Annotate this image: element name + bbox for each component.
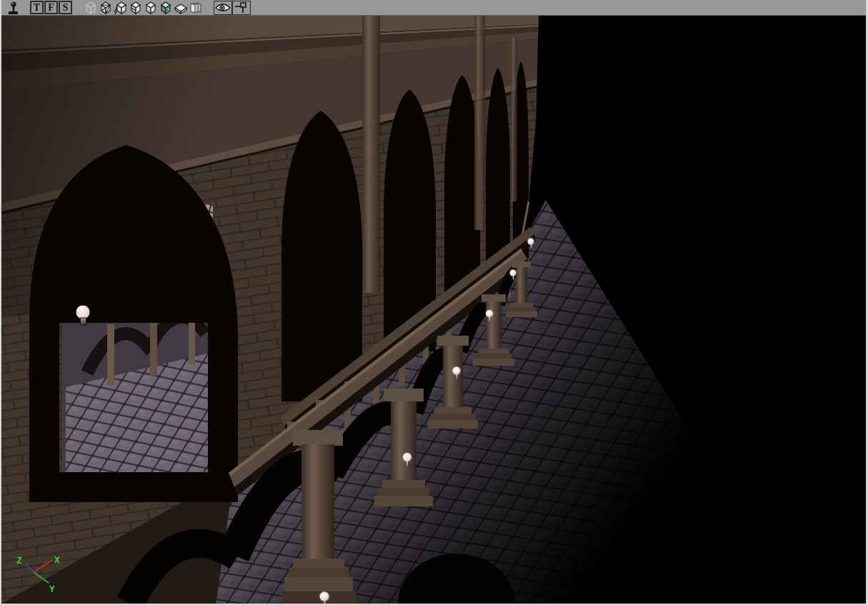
cube-textured-icon xyxy=(159,1,173,15)
light-gizmo[interactable] xyxy=(320,592,329,601)
f-button-label: F xyxy=(48,3,54,13)
display-mode-wire-stand-button[interactable] xyxy=(114,1,128,15)
light-gizmo[interactable] xyxy=(453,367,461,375)
display-mode-group xyxy=(84,1,203,15)
light-gizmo[interactable] xyxy=(76,305,91,320)
app-window: T F S xyxy=(0,0,868,605)
letter-button-group: T F S xyxy=(30,1,72,14)
joystick-icon xyxy=(7,1,20,15)
cube-triangulated-icon xyxy=(99,1,113,15)
display-mode-wireframe-button[interactable] xyxy=(84,1,98,15)
display-mode-edged-faces-button[interactable] xyxy=(129,1,143,15)
main-toolbar: T F S xyxy=(1,0,866,16)
display-mode-planes-button[interactable] xyxy=(189,1,203,15)
cube-wireframe-icon xyxy=(84,1,98,15)
view-button-group xyxy=(214,1,251,15)
pin-icon xyxy=(234,2,249,14)
pin-button[interactable] xyxy=(232,1,251,15)
cube-edged-faces-icon xyxy=(129,1,143,15)
stacked-planes-icon xyxy=(189,1,203,15)
light-gizmo[interactable] xyxy=(403,453,411,461)
cube-wire-stand-icon xyxy=(114,1,128,15)
cube-flat-icon xyxy=(174,1,188,15)
display-mode-solid-button[interactable] xyxy=(144,1,158,15)
light-gizmo[interactable] xyxy=(486,310,493,317)
eye-icon xyxy=(215,3,231,13)
joystick-button[interactable] xyxy=(7,1,20,15)
t-button-label: T xyxy=(34,3,40,13)
display-mode-triangulated-button[interactable] xyxy=(99,1,113,15)
eye-button[interactable] xyxy=(214,1,232,15)
scene-3d-view[interactable] xyxy=(1,16,866,604)
f-button[interactable]: F xyxy=(44,1,58,14)
display-mode-textured-button[interactable] xyxy=(159,1,173,15)
s-button-label: S xyxy=(63,3,69,13)
cube-solid-icon xyxy=(144,1,158,15)
light-gizmo[interactable] xyxy=(528,239,534,245)
display-mode-flat-button[interactable] xyxy=(174,1,188,15)
light-gizmo[interactable] xyxy=(510,270,517,276)
s-button[interactable]: S xyxy=(59,1,72,14)
viewport-3d[interactable]: X Y Z xyxy=(1,16,866,604)
t-button[interactable]: T xyxy=(30,1,44,14)
